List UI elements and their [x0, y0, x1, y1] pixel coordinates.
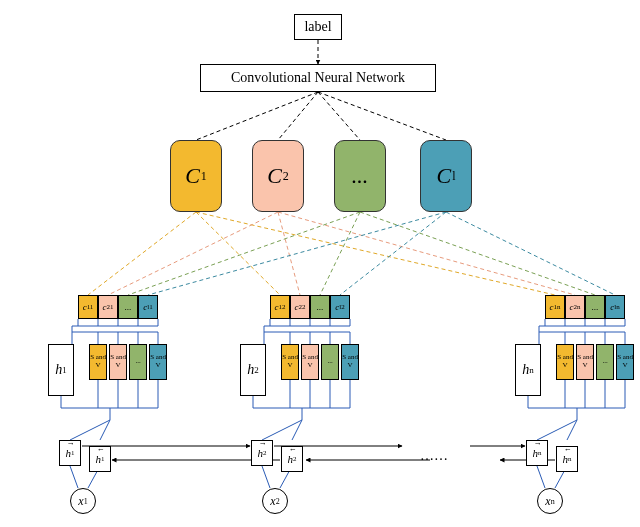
capsule-c1: C1 [170, 140, 222, 212]
sv-1-1: S and V [89, 344, 107, 380]
svg-line-55 [262, 466, 270, 488]
x1-s: 1 [84, 497, 88, 506]
mini-c22: c22 [290, 295, 310, 319]
svg-line-16 [446, 212, 615, 295]
mini-c2n: c2n [565, 295, 585, 319]
svg-line-53 [262, 420, 302, 440]
sv-1-4: S and V [149, 344, 167, 380]
svg-line-54 [292, 420, 302, 440]
mini-c2n-s: 2n [574, 303, 581, 311]
capsule-c1-C: C [185, 163, 200, 189]
capsule-c2-C: C [267, 163, 282, 189]
svg-line-13 [360, 212, 595, 295]
svg-line-5 [88, 212, 196, 295]
svg-line-7 [196, 212, 555, 295]
svg-line-35 [70, 466, 78, 488]
hn-fwd-t: h [533, 447, 539, 459]
h2-fwd: h2 [251, 440, 273, 466]
mini-cl1-s: l1 [147, 303, 152, 311]
sv-2-1: S and V [281, 344, 299, 380]
mini-cl1: cl1 [138, 295, 158, 319]
svg-line-3 [318, 92, 360, 140]
mini-c21: c21 [98, 295, 118, 319]
h1-s: 1 [62, 365, 67, 375]
h2-fwd-s: 2 [263, 449, 267, 457]
h1-bwd: h1 [89, 446, 111, 472]
h1-fwd-s: 1 [71, 449, 75, 457]
sv-2-2: S and V [301, 344, 319, 380]
hn-bwd: hn [556, 446, 578, 472]
label-box: label [294, 14, 342, 40]
h2-s: 2 [254, 365, 259, 375]
svg-line-1 [196, 92, 318, 140]
sequence-ellipsis: …… [420, 448, 448, 464]
svg-line-14 [148, 212, 446, 295]
capsule-c2: C2 [252, 140, 304, 212]
h2-t: h [247, 362, 254, 378]
mini-c12: c12 [270, 295, 290, 319]
capsule-c1-sub: 1 [201, 169, 207, 184]
sv-n-3: ... [596, 344, 614, 380]
sv-n-1: S and V [556, 344, 574, 380]
h1-fwd-t: h [66, 447, 72, 459]
svg-line-33 [70, 420, 110, 440]
sv-n-2: S and V [576, 344, 594, 380]
svg-line-15 [340, 212, 446, 295]
sv-2-4: S and V [341, 344, 359, 380]
h2-box: h2 [240, 344, 266, 396]
mini-c21-s: 21 [107, 303, 114, 311]
mini-c22-s: 22 [299, 303, 306, 311]
h2-bwd-t: h [288, 453, 294, 465]
mini-cl2: cl2 [330, 295, 350, 319]
svg-line-2 [278, 92, 318, 140]
svg-line-8 [108, 212, 278, 295]
mini-c11: c11 [78, 295, 98, 319]
mini-cln: cln [605, 295, 625, 319]
x2-s: 2 [276, 497, 280, 506]
svg-line-12 [320, 212, 360, 295]
svg-line-34 [100, 420, 110, 440]
mini-cln-s: ln [614, 303, 619, 311]
hn-t: h [522, 362, 529, 378]
h1-bwd-t: h [96, 453, 102, 465]
xn-node: xn [537, 488, 563, 514]
h2-bwd-s: 2 [293, 455, 297, 463]
capsule-cl-sub: l [452, 169, 455, 184]
h1-t: h [55, 362, 62, 378]
h1-bwd-s: 1 [101, 455, 105, 463]
hn-fwd: hn [526, 440, 548, 466]
capsule-c2-sub: 2 [283, 169, 289, 184]
mini-c1n-s: 1n [554, 303, 561, 311]
h1-fwd: h1 [59, 440, 81, 466]
mini-ellipsis-1: ... [118, 295, 138, 319]
svg-line-6 [196, 212, 280, 295]
svg-line-74 [567, 420, 577, 440]
cnn-box: Convolutional Neural Network [200, 64, 436, 92]
capsule-cl-C: C [436, 163, 451, 189]
h1-box: h1 [48, 344, 74, 396]
mini-ellipsis-n: ... [585, 295, 605, 319]
sv-n-4: S and V [616, 344, 634, 380]
hn-bwd-s: n [568, 455, 572, 463]
h2-fwd-t: h [258, 447, 264, 459]
svg-line-11 [128, 212, 360, 295]
hn-fwd-s: n [538, 449, 542, 457]
svg-line-75 [537, 466, 545, 488]
capsule-cl: Cl [420, 140, 472, 212]
svg-line-9 [278, 212, 300, 295]
h2-bwd: h2 [281, 446, 303, 472]
svg-line-73 [537, 420, 577, 440]
sv-2-3: ... [321, 344, 339, 380]
svg-line-4 [318, 92, 446, 140]
hn-box: hn [515, 344, 541, 396]
mini-ellipsis-2: ... [310, 295, 330, 319]
hn-s: n [529, 365, 534, 375]
sv-1-2: S and V [109, 344, 127, 380]
x2-node: x2 [262, 488, 288, 514]
mini-c11-s: 11 [87, 303, 94, 311]
svg-line-10 [278, 212, 575, 295]
mini-cl2-s: l2 [339, 303, 344, 311]
capsule-ellipsis: ... [334, 140, 386, 212]
xn-s: n [551, 497, 555, 506]
sv-1-3: ... [129, 344, 147, 380]
